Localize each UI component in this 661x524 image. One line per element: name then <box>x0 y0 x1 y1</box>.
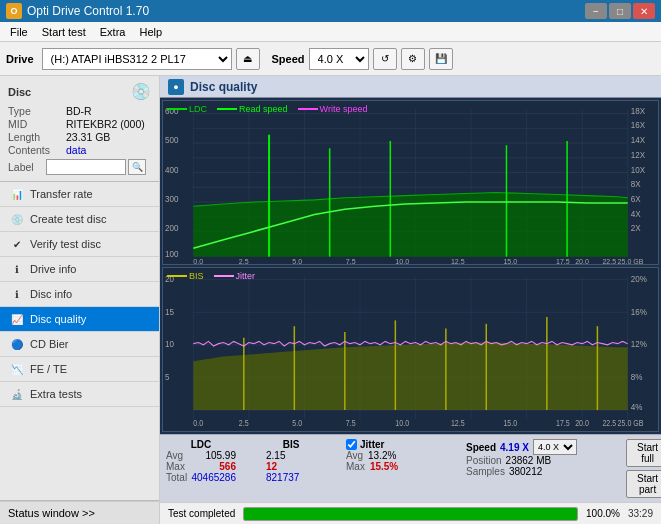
contents-value: data <box>66 144 86 156</box>
svg-text:20%: 20% <box>631 273 647 284</box>
start-full-button[interactable]: Start full <box>626 439 661 467</box>
label-button[interactable]: 🔍 <box>128 159 146 175</box>
jitter-max: 15.5% <box>370 461 398 472</box>
jitter-header: Jitter <box>360 439 384 450</box>
disc-icon: 💿 <box>131 82 151 101</box>
right-panel: ● Disc quality LDC Read speed <box>160 76 661 524</box>
svg-text:25.0 GB: 25.0 GB <box>618 419 644 429</box>
svg-text:15.0: 15.0 <box>503 257 517 264</box>
start-part-button[interactable]: Start part <box>626 470 661 498</box>
nav-extra-tests[interactable]: 🔬 Extra tests <box>0 382 159 407</box>
ldc-header: LDC <box>191 439 212 450</box>
menu-help[interactable]: Help <box>133 25 168 39</box>
menu-bar: File Start test Extra Help <box>0 22 661 42</box>
svg-text:2.5: 2.5 <box>239 257 249 264</box>
avg-label2: Avg <box>346 450 363 461</box>
svg-text:16%: 16% <box>631 306 647 317</box>
svg-text:500: 500 <box>165 136 179 145</box>
drive-select[interactable]: (H:) ATAPI iHBS312 2 PL17 <box>42 48 232 70</box>
position-val: 23862 MB <box>506 455 552 466</box>
menu-file[interactable]: File <box>4 25 34 39</box>
svg-text:20.0: 20.0 <box>575 257 589 264</box>
stats-panel: LDC Avg 105.99 Max 566 Total 40465286 <box>160 434 661 502</box>
nav-create-test-disc[interactable]: 💿 Create test disc <box>0 207 159 232</box>
settings-button[interactable]: ⚙ <box>401 48 425 70</box>
eject-button[interactable]: ⏏ <box>236 48 260 70</box>
nav-drive-info[interactable]: ℹ Drive info <box>0 257 159 282</box>
samples-label: Samples <box>466 466 505 477</box>
nav-disc-info-label: Disc info <box>30 288 72 300</box>
drive-info-icon: ℹ <box>10 262 24 276</box>
sidebar: Disc 💿 Type BD-R MID RITEKBR2 (000) Leng… <box>0 76 160 524</box>
menu-extra[interactable]: Extra <box>94 25 132 39</box>
jitter-checkbox[interactable] <box>346 439 357 450</box>
svg-text:7.5: 7.5 <box>346 257 356 264</box>
nav-fe-te[interactable]: 📉 FE / TE <box>0 357 159 382</box>
svg-text:2.5: 2.5 <box>239 419 249 429</box>
speed-select[interactable]: 4.0 X <box>309 48 369 70</box>
nav-transfer-rate-label: Transfer rate <box>30 188 93 200</box>
toolbar: Drive (H:) ATAPI iHBS312 2 PL17 ⏏ Speed … <box>0 42 661 76</box>
minimize-button[interactable]: − <box>585 3 607 19</box>
svg-text:8X: 8X <box>631 180 641 189</box>
length-value: 23.31 GB <box>66 131 110 143</box>
svg-text:10: 10 <box>165 339 174 350</box>
main-area: Disc 💿 Type BD-R MID RITEKBR2 (000) Leng… <box>0 76 661 524</box>
nav-extra-tests-label: Extra tests <box>30 388 82 400</box>
ldc-max: 566 <box>219 461 236 472</box>
nav-cd-bier-label: CD Bier <box>30 338 69 350</box>
nav-disc-quality[interactable]: 📈 Disc quality <box>0 307 159 332</box>
maximize-button[interactable]: □ <box>609 3 631 19</box>
status-window-button[interactable]: Status window >> <box>0 501 159 524</box>
type-label: Type <box>8 105 66 117</box>
nav-cd-bier[interactable]: 🔵 CD Bier <box>0 332 159 357</box>
status-section: Status window >> <box>0 500 159 524</box>
nav-drive-info-label: Drive info <box>30 263 76 275</box>
save-button[interactable]: 💾 <box>429 48 453 70</box>
label-input[interactable] <box>46 159 126 175</box>
refresh-button[interactable]: ↺ <box>373 48 397 70</box>
nav-fe-te-label: FE / TE <box>30 363 67 375</box>
nav-disc-info[interactable]: ℹ Disc info <box>0 282 159 307</box>
disc-quality-header-icon: ● <box>168 79 184 95</box>
progress-bar <box>243 507 578 521</box>
bis-total: 821737 <box>266 472 299 483</box>
avg-label: Avg <box>166 450 183 461</box>
svg-text:7.5: 7.5 <box>346 419 356 429</box>
close-button[interactable]: ✕ <box>633 3 655 19</box>
app-icon: O <box>6 3 22 19</box>
verify-test-disc-icon: ✔ <box>10 237 24 251</box>
speed-select-stats[interactable]: 4.0 X <box>533 439 577 455</box>
svg-text:22.5: 22.5 <box>602 257 616 264</box>
ldc-total: 40465286 <box>192 472 237 483</box>
menu-start-test[interactable]: Start test <box>36 25 92 39</box>
progress-section: Test completed 100.0% 33:29 <box>160 502 661 524</box>
jitter-avg: 13.2% <box>368 450 396 461</box>
nav-verify-test-disc[interactable]: ✔ Verify test disc <box>0 232 159 257</box>
nav-transfer-rate[interactable]: 📊 Transfer rate <box>0 182 159 207</box>
fe-te-icon: 📉 <box>10 362 24 376</box>
svg-text:17.5: 17.5 <box>556 257 570 264</box>
charts-area: LDC Read speed Write speed <box>160 98 661 434</box>
svg-text:300: 300 <box>165 195 179 204</box>
svg-text:15: 15 <box>165 306 174 317</box>
svg-text:15.0: 15.0 <box>503 419 517 429</box>
max-label: Max <box>166 461 185 472</box>
position-label: Position <box>466 455 502 466</box>
svg-text:12%: 12% <box>631 339 647 350</box>
svg-text:10.0: 10.0 <box>395 419 409 429</box>
progress-bar-fill <box>244 508 577 520</box>
svg-text:5.0: 5.0 <box>292 419 302 429</box>
svg-text:12X: 12X <box>631 151 646 160</box>
ldc-avg: 105.99 <box>205 450 236 461</box>
length-label: Length <box>8 131 66 143</box>
svg-text:25.0 GB: 25.0 GB <box>618 257 644 264</box>
transfer-rate-icon: 📊 <box>10 187 24 201</box>
bottom-chart-legend: BIS Jitter <box>167 271 255 281</box>
svg-text:6X: 6X <box>631 195 641 204</box>
action-buttons: Start full Start part <box>626 439 661 498</box>
bis-max: 12 <box>266 461 277 472</box>
disc-quality-header: ● Disc quality <box>160 76 661 98</box>
svg-text:17.5: 17.5 <box>556 419 570 429</box>
svg-text:0.0: 0.0 <box>193 419 203 429</box>
